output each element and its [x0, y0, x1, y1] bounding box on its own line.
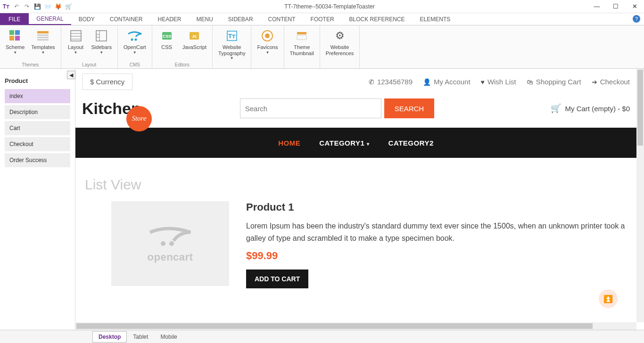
arrow-right-icon: ➔ [592, 78, 597, 86]
undo-icon[interactable]: ↶ [13, 3, 20, 10]
checkout-text: Checkout [600, 78, 630, 86]
svg-point-28 [161, 241, 165, 246]
device-tab-tablet[interactable]: Tablet [127, 331, 154, 343]
scheme-button[interactable]: Scheme ▼ [3, 27, 27, 56]
search-button[interactable]: SEARCH [384, 98, 435, 118]
device-tab-desktop[interactable]: Desktop [92, 331, 127, 343]
firefox-icon[interactable]: 🦊 [55, 3, 61, 10]
shopping-cart-link[interactable]: 🛍Shopping Cart [527, 78, 581, 86]
templates-button[interactable]: Templates ▼ [28, 27, 58, 56]
device-tab-mobile[interactable]: Mobile [154, 331, 183, 343]
sidebars-button[interactable]: Sidebars ▼ [89, 27, 115, 56]
ribbon-tab-general[interactable]: GENERAL [29, 13, 71, 25]
ribbon-tab-header[interactable]: HEADER [150, 13, 189, 25]
product-description: Lorem Ipsum has been the industry's stan… [246, 220, 627, 244]
css-button[interactable]: CSS CSS [155, 27, 179, 51]
thumbnail-button[interactable]: Theme Thumbnail [287, 27, 317, 57]
maximize-button[interactable]: ☐ [606, 0, 625, 13]
shopping-cart-text: Shopping Cart [536, 78, 581, 86]
opencart-button[interactable]: OpenCart ▼ [121, 27, 149, 56]
svg-rect-4 [37, 31, 49, 33]
logo-badge: Store [126, 106, 152, 131]
nav-category2[interactable]: CATEGORY2 [388, 139, 434, 147]
layout-button[interactable]: Layout ▼ [64, 27, 88, 56]
product-image-placeholder[interactable]: opencart [111, 201, 229, 286]
ribbon-tab-block-reference[interactable]: BLOCK REFERENCE [342, 13, 413, 25]
sidebar-item-description[interactable]: Description [5, 105, 70, 119]
add-to-cart-button[interactable]: ADD TO CART [246, 270, 308, 288]
ribbon-group-label [301, 61, 303, 67]
save-icon[interactable]: 💾 [34, 3, 41, 10]
account-link[interactable]: 👤My Account [423, 78, 471, 86]
wishlist-link[interactable]: ♥Wish List [481, 78, 516, 86]
redo-icon[interactable]: ↷ [24, 3, 30, 10]
svg-rect-8 [71, 31, 81, 41]
thumbnail-icon [294, 28, 309, 43]
close-button[interactable]: ✕ [625, 0, 644, 13]
collapse-panel-icon[interactable]: ◀ [67, 71, 75, 79]
preview-wrapper: $ Currency ✆123456789 👤My Account ♥Wish … [75, 69, 644, 330]
ribbon-group-typography: Tᴛ Website Typography ▼ [213, 25, 251, 68]
account-text: My Account [434, 78, 471, 86]
horizontal-scrollbar[interactable] [75, 322, 636, 330]
ribbon-group-label: Layout [82, 61, 96, 67]
ribbon-tab-footer[interactable]: FOOTER [303, 13, 342, 25]
svg-rect-5 [37, 34, 49, 36]
sidebar-item-checkout[interactable]: Checkout [5, 137, 70, 151]
preferences-button[interactable]: ⚙ Website Preferences [323, 27, 356, 57]
ribbon-panel: Scheme ▼ Templates ▼ Themes Layout ▼ [0, 25, 644, 69]
app-logo-icon: Tᴛ [3, 3, 9, 10]
ribbon-tab-sidebar[interactable]: SIDEBAR [221, 13, 261, 25]
mini-cart[interactable]: 🛒 My Cart (empty) - $0 [551, 103, 630, 114]
favicons-button[interactable]: Favicons ▼ [254, 27, 281, 56]
chevron-down-icon: ▼ [41, 50, 45, 55]
phone-icon: ✆ [369, 78, 374, 86]
search-form: SEARCH [240, 98, 435, 118]
chevron-down-icon: ▼ [13, 50, 17, 55]
svg-text:CSS: CSS [162, 34, 171, 39]
scroll-to-top-button[interactable]: ⏫ [599, 289, 618, 308]
sidebar-item-cart[interactable]: Cart [5, 121, 70, 135]
mail-icon[interactable]: 📨 [44, 3, 51, 10]
double-chevron-up-icon: ⏫ [603, 294, 613, 303]
site-topbar: $ Currency ✆123456789 👤My Account ♥Wish … [75, 69, 636, 95]
currency-button[interactable]: $ Currency [82, 74, 132, 90]
ribbon-tab-strip: FILE GENERAL BODY CONTAINER HEADER MENU … [0, 13, 644, 25]
minimize-button[interactable]: — [587, 0, 606, 13]
nav-home[interactable]: HOME [278, 139, 300, 147]
ribbon-group-preferences: ⚙ Website Preferences [320, 25, 360, 68]
favicons-label: Favicons [257, 44, 278, 50]
ribbon-tab-body[interactable]: BODY [71, 13, 102, 25]
ribbon-tab-container[interactable]: CONTAINER [102, 13, 150, 25]
ribbon-group-themes: Scheme ▼ Templates ▼ Themes [0, 25, 61, 68]
titlebar: Tᴛ ↶ ↷ 💾 📨 🦊 🛒 TT-7theme--50034-Template… [0, 0, 644, 13]
phone-link[interactable]: ✆123456789 [369, 78, 413, 86]
svg-text:Js: Js [192, 34, 197, 39]
vertical-scrollbar[interactable] [636, 69, 644, 322]
svg-point-29 [169, 241, 174, 246]
help-icon[interactable]: ? [633, 15, 640, 23]
checkout-link[interactable]: ➔Checkout [592, 78, 630, 86]
cart-qat-icon[interactable]: 🛒 [65, 3, 72, 10]
product-title[interactable]: Product 1 [246, 201, 627, 213]
ribbon-tab-content[interactable]: CONTENT [261, 13, 303, 25]
site-logo[interactable]: Kitchen Store [82, 99, 141, 118]
ribbon-tab-menu[interactable]: MENU [189, 13, 221, 25]
file-tab[interactable]: FILE [0, 13, 29, 25]
preview-canvas[interactable]: $ Currency ✆123456789 👤My Account ♥Wish … [75, 69, 636, 322]
sidebar-item-index[interactable]: index [5, 89, 70, 103]
placeholder-text: opencart [148, 251, 193, 263]
typography-button[interactable]: Tᴛ Website Typography ▼ [215, 27, 248, 61]
layout-label: Layout [68, 44, 83, 50]
ribbon-tab-elements[interactable]: ELEMENTS [413, 13, 458, 25]
css-label: CSS [161, 44, 172, 50]
opencart-icon [127, 28, 142, 43]
chevron-down-icon: ▼ [133, 50, 137, 55]
mini-cart-text: My Cart (empty) - $0 [565, 105, 630, 113]
javascript-button[interactable]: Js JavaScript [180, 27, 209, 51]
nav-category1[interactable]: CATEGORY1 ▾ [319, 139, 369, 147]
search-input[interactable] [240, 98, 381, 118]
typography-icon: Tᴛ [224, 28, 239, 43]
site-header: Kitchen Store SEARCH 🛒 My Cart (empty) -… [75, 95, 636, 128]
sidebar-item-order-success[interactable]: Order Success [5, 153, 70, 167]
